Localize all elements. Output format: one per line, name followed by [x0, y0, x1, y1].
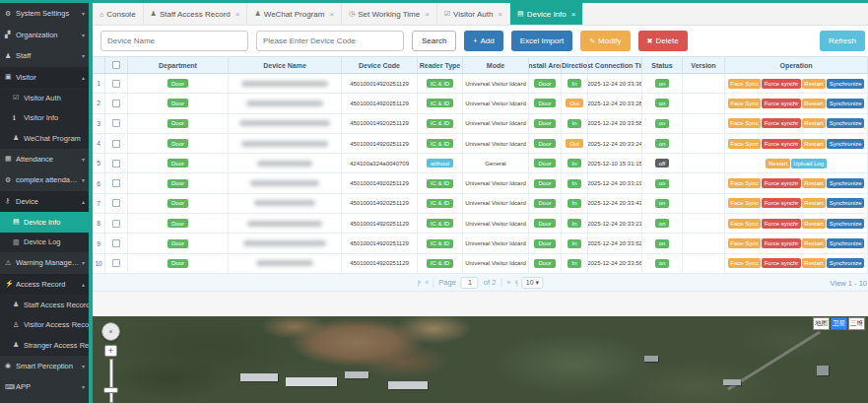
- synchronize-button[interactable]: Synchronize: [827, 118, 864, 128]
- restart-button[interactable]: Restart: [802, 178, 826, 188]
- synchronize-button[interactable]: Synchronize: [827, 139, 864, 149]
- sidebar-item-device-info[interactable]: ▤Device Info: [0, 212, 89, 233]
- row-checkbox[interactable]: [112, 140, 120, 148]
- sidebar-item-visitor-access-record[interactable]: ♙Visitor Access Record: [0, 315, 89, 336]
- row-checkbox[interactable]: [112, 239, 120, 247]
- sidebar-item-complex-attendance-it-[interactable]: ⚙complex attendance it.▾: [0, 169, 89, 191]
- row-checkbox[interactable]: [112, 259, 120, 267]
- close-icon[interactable]: ×: [329, 10, 334, 19]
- map-canvas[interactable]: + 地图卫星三维: [93, 316, 868, 403]
- map-pan-control[interactable]: [101, 322, 120, 341]
- synchronize-button[interactable]: Synchronize: [827, 219, 864, 229]
- next-page-button[interactable]: ››: [506, 278, 509, 287]
- upload-log-button[interactable]: Upload Log: [791, 159, 827, 168]
- tab-device-info[interactable]: ▤Device Info×: [510, 3, 583, 25]
- force-synchr-button[interactable]: Force synchr: [762, 79, 801, 89]
- sidebar-item-system-settings[interactable]: ⚙System Settings▾: [0, 3, 89, 25]
- refresh-button[interactable]: Refresh: [820, 31, 865, 51]
- restart-button[interactable]: Restart: [802, 79, 826, 89]
- map-zoom-slider-thumb[interactable]: [103, 387, 118, 393]
- row-checkbox[interactable]: [112, 179, 120, 187]
- row-checkbox[interactable]: [112, 80, 120, 88]
- map-type-button[interactable]: 卫星: [831, 317, 847, 330]
- map-zoom-in-button[interactable]: +: [104, 345, 117, 357]
- delete-button[interactable]: ✖Delete: [638, 31, 688, 51]
- face-sync-button[interactable]: Face Sync: [728, 79, 761, 89]
- force-synchr-button[interactable]: Force synchr: [762, 139, 801, 149]
- force-synchr-button[interactable]: Force synchr: [762, 219, 801, 229]
- close-icon[interactable]: ×: [498, 10, 502, 19]
- restart-button[interactable]: Restart: [802, 219, 826, 229]
- sidebar-item-staff[interactable]: ♟Staff▾: [0, 45, 89, 67]
- close-icon[interactable]: ×: [425, 10, 430, 19]
- force-synchr-button[interactable]: Force synchr: [762, 238, 801, 248]
- sidebar-item-smart-perception[interactable]: ◉Smart Perception▾: [0, 356, 89, 377]
- face-sync-button[interactable]: Face Sync: [728, 219, 761, 229]
- force-synchr-button[interactable]: Force synchr: [762, 118, 801, 128]
- last-page-button[interactable]: ›|: [514, 278, 516, 287]
- first-page-button[interactable]: |‹: [418, 278, 420, 287]
- synchronize-button[interactable]: Synchronize: [827, 258, 864, 268]
- modify-button[interactable]: ✎Modify: [580, 31, 630, 51]
- restart-button[interactable]: Restart: [802, 139, 826, 149]
- sidebar-item-app[interactable]: ⌨APP▾: [0, 376, 89, 398]
- face-sync-button[interactable]: Face Sync: [728, 178, 761, 188]
- map-type-button[interactable]: 地图: [813, 317, 830, 330]
- select-all-checkbox[interactable]: [112, 61, 120, 69]
- tab-staff-access-record[interactable]: ♟Staff Access Record×: [144, 3, 248, 25]
- prev-page-button[interactable]: ‹‹: [425, 278, 428, 287]
- sidebar-item-visitor[interactable]: ▣Visitor▴: [0, 67, 89, 89]
- row-checkbox[interactable]: [112, 100, 120, 107]
- synchronize-button[interactable]: Synchronize: [827, 79, 864, 89]
- force-synchr-button[interactable]: Force synchr: [762, 178, 801, 188]
- face-sync-button[interactable]: Face Sync: [728, 198, 761, 208]
- restart-button[interactable]: Restart: [802, 198, 826, 208]
- device-name-input[interactable]: [100, 31, 248, 51]
- force-synchr-button[interactable]: Force synchr: [762, 99, 801, 108]
- row-checkbox[interactable]: [112, 119, 120, 127]
- sidebar-item-wechat-program[interactable]: ♟WeChat Program: [0, 128, 89, 149]
- close-icon[interactable]: ×: [235, 10, 240, 19]
- sidebar-item-visitor-auth[interactable]: ☑Visitor Auth: [0, 88, 89, 108]
- row-checkbox[interactable]: [112, 160, 120, 168]
- restart-button[interactable]: Restart: [802, 118, 826, 128]
- force-synchr-button[interactable]: Force synchr: [762, 258, 801, 268]
- sidebar-item-warning-management[interactable]: ⚠Warning Management▾: [0, 252, 89, 274]
- sidebar-item-access-record[interactable]: ⚡Access Record▴: [0, 274, 89, 296]
- face-sync-button[interactable]: Face Sync: [728, 139, 761, 149]
- device-code-input[interactable]: [256, 31, 404, 51]
- map-type-button[interactable]: 三维: [848, 317, 865, 330]
- page-number-input[interactable]: [461, 277, 479, 289]
- close-icon[interactable]: ×: [571, 10, 576, 19]
- synchronize-button[interactable]: Synchronize: [827, 198, 864, 208]
- tab-visitor-auth[interactable]: ☑Visitor Auth×: [437, 3, 510, 25]
- page-size-select[interactable]: 10▾: [522, 277, 543, 289]
- row-checkbox[interactable]: [112, 220, 120, 228]
- tab-console[interactable]: ⌂Console: [93, 3, 144, 25]
- face-sync-button[interactable]: Face Sync: [728, 99, 761, 108]
- sidebar-item-stranger-access-re-[interactable]: ♟Stranger Access Re...: [0, 335, 89, 356]
- face-sync-button[interactable]: Face Sync: [728, 238, 761, 248]
- tab-wechat-program[interactable]: ♟WeChat Program×: [247, 3, 342, 25]
- sidebar-item-visitor-info[interactable]: ℹVisitor Info: [0, 108, 89, 129]
- add-button[interactable]: +Add: [464, 31, 502, 51]
- face-sync-button[interactable]: Face Sync: [728, 258, 761, 268]
- restart-button[interactable]: Restart: [802, 99, 826, 108]
- map-zoom-slider-track[interactable]: [109, 359, 113, 403]
- restart-button[interactable]: Restart: [802, 238, 826, 248]
- synchronize-button[interactable]: Synchronize: [827, 238, 864, 248]
- excel-import-button[interactable]: Excel Import: [511, 31, 572, 51]
- sidebar-item-staff-access-record[interactable]: ♟Staff Access Record: [0, 295, 89, 315]
- sidebar-item-attendance[interactable]: ▦Attendance▾: [0, 149, 89, 170]
- restart-button[interactable]: Restart: [802, 258, 826, 268]
- tab-set-working-time[interactable]: ◷Set Working Time×: [342, 3, 437, 25]
- sidebar-item-device-log[interactable]: ▥Device Log: [0, 233, 89, 253]
- synchronize-button[interactable]: Synchronize: [827, 99, 864, 108]
- row-checkbox[interactable]: [112, 199, 120, 207]
- search-button[interactable]: Search: [412, 31, 456, 51]
- face-sync-button[interactable]: Face Sync: [728, 118, 761, 128]
- restart-button[interactable]: Restart: [766, 159, 789, 168]
- sidebar-item-device[interactable]: ⚷Device▴: [0, 191, 89, 213]
- synchronize-button[interactable]: Synchronize: [827, 178, 864, 188]
- force-synchr-button[interactable]: Force synchr: [762, 198, 801, 208]
